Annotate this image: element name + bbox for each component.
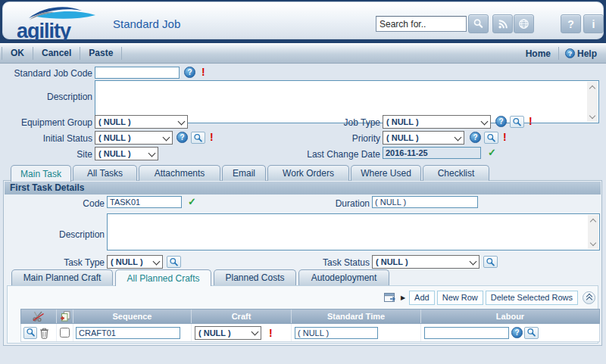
task-code-input[interactable] bbox=[107, 196, 182, 208]
scroll-down-icon[interactable] bbox=[590, 241, 596, 247]
add-button[interactable]: Add bbox=[409, 291, 435, 305]
chevron-down-icon bbox=[163, 135, 170, 142]
craft-value: ( NULL ) bbox=[198, 328, 248, 338]
subtab-all-planned-crafts[interactable]: All Planned Crafts bbox=[115, 269, 211, 286]
description-scrollbar[interactable] bbox=[587, 82, 598, 122]
header-panel: agility Standard Job bbox=[2, 2, 604, 39]
job-type-required-icon: ! bbox=[529, 116, 533, 126]
site-value: ( NULL ) bbox=[98, 149, 145, 158]
search-button[interactable] bbox=[468, 14, 489, 33]
grid-header-select-column bbox=[57, 310, 73, 323]
tab-attachments[interactable]: Attachments bbox=[139, 165, 220, 181]
tab-email[interactable]: Email bbox=[222, 165, 266, 181]
priority-lookup-icon[interactable] bbox=[484, 132, 498, 144]
grid-row: ( NULL ) ! ? bbox=[20, 324, 600, 342]
cancel-button[interactable]: Cancel bbox=[33, 47, 80, 60]
cut-rows-icon bbox=[33, 311, 45, 322]
duration-input[interactable] bbox=[372, 196, 478, 208]
row-checkbox[interactable] bbox=[60, 328, 70, 338]
ok-button[interactable]: OK bbox=[2, 47, 33, 60]
labour-lookup-icon[interactable] bbox=[524, 327, 539, 339]
grid-header-craft: Craft bbox=[192, 310, 292, 323]
task-code-label: Code bbox=[4, 198, 105, 209]
search-input[interactable] bbox=[376, 16, 467, 32]
question-icon: ? bbox=[567, 18, 574, 30]
job-type-lookup-icon[interactable] bbox=[510, 116, 524, 128]
task-status-select[interactable]: ( NULL ) bbox=[372, 255, 479, 269]
tab-all-tasks[interactable]: All Tasks bbox=[73, 165, 137, 181]
task-description-scrollbar[interactable] bbox=[588, 215, 598, 249]
scroll-up-icon[interactable] bbox=[590, 217, 596, 223]
scroll-up-icon[interactable] bbox=[589, 84, 595, 90]
job-type-value: ( NULL ) bbox=[386, 117, 478, 126]
chevron-down-icon bbox=[454, 135, 461, 142]
craft-select[interactable]: ( NULL ) bbox=[195, 326, 261, 340]
paste-button[interactable]: Paste bbox=[80, 47, 122, 60]
rss-button[interactable] bbox=[492, 14, 513, 33]
chevron-down-icon bbox=[153, 259, 160, 266]
help-button[interactable]: ? bbox=[561, 14, 581, 33]
site-label: Site bbox=[0, 149, 92, 160]
initial-status-select[interactable]: ( NULL ) bbox=[95, 131, 173, 145]
labour-hint-icon[interactable]: ? bbox=[511, 327, 523, 338]
help-hint-icon: ? bbox=[565, 48, 575, 58]
task-code-valid-icon: ✓ bbox=[188, 196, 196, 207]
initial-status-lookup-icon[interactable] bbox=[191, 132, 205, 144]
command-toolbar: OK Cancel Paste Home ? Help bbox=[0, 43, 606, 64]
subtab-planned-costs[interactable]: Planned Costs bbox=[214, 269, 296, 285]
last-change-date-valid-icon: ✓ bbox=[488, 147, 496, 158]
tab-checklist[interactable]: Checklist bbox=[423, 165, 489, 181]
tab-where-used[interactable]: Where Used bbox=[351, 165, 421, 181]
task-description-label: Description bbox=[4, 229, 105, 240]
rss-icon bbox=[498, 19, 508, 30]
help-link[interactable]: ? Help bbox=[558, 47, 597, 60]
expand-arrow-icon[interactable]: ▶ bbox=[401, 294, 405, 301]
info-button[interactable]: i bbox=[583, 14, 604, 33]
new-row-button[interactable]: New Row bbox=[437, 291, 483, 305]
export-icon[interactable] bbox=[384, 292, 397, 303]
delete-row-icon[interactable] bbox=[39, 327, 49, 339]
labour-cell: ? bbox=[421, 324, 599, 341]
zoom-row-icon[interactable] bbox=[23, 327, 37, 339]
initial-status-hint-icon[interactable]: ? bbox=[176, 132, 188, 143]
site-select[interactable]: ( NULL ) bbox=[95, 147, 158, 160]
chevron-down-icon bbox=[251, 329, 258, 336]
subtab-main-planned-craft[interactable]: Main Planned Craft bbox=[11, 269, 113, 285]
main-tabs: Main Task All Tasks Attachments Email Wo… bbox=[11, 165, 489, 182]
priority-select[interactable]: ( NULL ) bbox=[383, 131, 464, 145]
standard-job-code-hint-icon[interactable]: ? bbox=[184, 67, 195, 78]
planned-crafts-grid: ▶ Add New Row Delete Selected Rows bbox=[7, 285, 598, 344]
initial-status-label: Initial Status bbox=[0, 133, 92, 144]
craft-subtabs: Main Planned Craft All Planned Crafts Pl… bbox=[11, 269, 389, 286]
labour-input[interactable] bbox=[424, 327, 509, 339]
task-type-lookup-icon[interactable] bbox=[167, 256, 181, 268]
job-type-select[interactable]: ( NULL ) bbox=[383, 115, 491, 129]
priority-hint-icon[interactable]: ? bbox=[470, 132, 481, 143]
equipment-group-select[interactable]: ( NULL ) bbox=[95, 115, 188, 129]
globe-button[interactable] bbox=[514, 14, 534, 33]
craft-cell: ( NULL ) ! bbox=[192, 324, 292, 341]
scroll-down-icon[interactable] bbox=[589, 114, 595, 120]
task-status-lookup-icon[interactable] bbox=[483, 256, 498, 268]
grid-toolbar: ▶ Add New Row Delete Selected Rows bbox=[384, 290, 595, 305]
grid-header-row: Sequence Craft Standard Time Labour bbox=[20, 309, 600, 324]
priority-required-icon: ! bbox=[503, 132, 507, 142]
grid-header-cut-column bbox=[21, 310, 57, 323]
tab-work-orders[interactable]: Work Orders bbox=[267, 165, 349, 181]
delete-selected-rows-button[interactable]: Delete Selected Rows bbox=[486, 291, 578, 305]
subtab-autodeployment[interactable]: Autodeployment bbox=[298, 269, 389, 285]
double-chevron-up-icon bbox=[586, 297, 592, 300]
job-type-hint-icon[interactable]: ? bbox=[495, 116, 507, 127]
row-select-cell bbox=[57, 324, 73, 341]
standard-time-input[interactable] bbox=[295, 327, 378, 339]
standard-job-code-input[interactable] bbox=[95, 67, 180, 79]
task-type-select[interactable]: ( NULL ) bbox=[107, 255, 163, 269]
collapse-grid-button[interactable] bbox=[583, 291, 595, 304]
task-description-textarea[interactable] bbox=[107, 213, 600, 250]
last-change-date-input bbox=[383, 147, 481, 159]
home-button[interactable]: Home bbox=[518, 48, 558, 59]
tab-main-task[interactable]: Main Task bbox=[11, 165, 71, 182]
sequence-input[interactable] bbox=[76, 327, 180, 339]
agility-logo: agility bbox=[14, 5, 98, 40]
chevron-down-icon bbox=[178, 119, 185, 126]
